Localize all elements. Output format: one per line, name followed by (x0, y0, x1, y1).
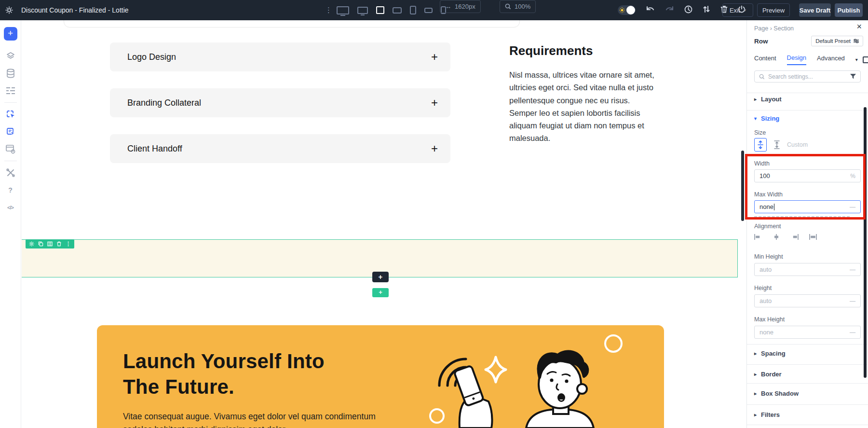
filter-funnel-icon[interactable] (850, 74, 856, 79)
toggle-knob (626, 6, 635, 14)
toolbar-columns-icon[interactable] (47, 241, 53, 247)
breakpoint-desktop-large-icon[interactable] (337, 6, 349, 14)
structure-tree-icon[interactable] (5, 85, 16, 97)
layers-icon[interactable] (5, 50, 16, 62)
save-draft-button[interactable]: Save Draft (799, 3, 831, 17)
max-width-label: Max Width (754, 191, 861, 198)
section-box-shadow[interactable]: ▸ Box Shadow (754, 390, 861, 397)
panel-scrollbar[interactable] (864, 107, 867, 378)
toolbar-trash-icon[interactable] (56, 241, 62, 247)
width-input[interactable]: 100 % (754, 169, 861, 182)
hero-section[interactable]: Launch Yourself Into The Future. Vitae c… (97, 325, 664, 428)
breadcrumb-section[interactable]: Section (773, 25, 794, 32)
tabs-caret-icon[interactable]: ▾ (855, 57, 858, 62)
expanded-arrow-icon: ▾ (754, 116, 757, 121)
max-height-label: Max Height (754, 316, 861, 323)
align-left-button[interactable] (754, 234, 762, 242)
section-spacing[interactable]: ▸ Spacing (754, 350, 861, 357)
add-section-below-button[interactable]: + (372, 288, 389, 297)
publish-button[interactable]: Publish (835, 3, 863, 17)
import-export-icon[interactable] (703, 5, 710, 15)
plus-icon[interactable]: + (431, 142, 438, 155)
size-mode-group: Custom (754, 138, 861, 152)
add-element-button[interactable]: + (4, 27, 17, 41)
panel-divider (747, 110, 868, 110)
max-width-input[interactable]: none — (754, 200, 861, 213)
canvas-width-value: 1620px (455, 3, 475, 10)
min-height-input[interactable]: auto — (754, 263, 861, 276)
accordion-item-branding-collateral[interactable]: Branding Collateral + (110, 88, 450, 117)
accordion-item-client-handoff[interactable]: Client Handoff + (110, 134, 450, 163)
tab-design[interactable]: Design (787, 54, 806, 65)
section-sizing[interactable]: ▾ Sizing (754, 115, 861, 122)
breakpoint-laptop-icon[interactable] (376, 6, 384, 14)
default-preset-button[interactable]: Default Preset (811, 36, 863, 46)
height-input[interactable]: auto — (754, 294, 861, 307)
redo-icon[interactable] (665, 6, 674, 14)
magnifier-icon (505, 3, 511, 10)
editor-canvas[interactable]: Logo Design + Branding Collateral + Clie… (22, 20, 746, 428)
sidebar-divider (4, 161, 17, 161)
undo-icon[interactable] (646, 6, 655, 14)
topbar-menu-dots-icon[interactable]: ⋮ (325, 0, 332, 20)
max-width-unit[interactable]: — (850, 204, 855, 210)
preset-sliders-icon (854, 39, 859, 43)
tools-icon[interactable] (5, 167, 16, 179)
dashed-indicator (754, 216, 850, 218)
cartoon-man (526, 352, 594, 428)
breadcrumb-page[interactable]: Page (754, 25, 768, 32)
frame-mode-icon[interactable] (863, 56, 868, 63)
breakpoint-phone-landscape-icon[interactable] (424, 8, 433, 13)
exit-button[interactable]: Exit ▾ (722, 3, 753, 17)
collapsed-arrow-icon: ▸ (754, 97, 757, 102)
plus-icon[interactable]: + (431, 50, 438, 64)
canvas-width-input[interactable]: ↔ 1620px (440, 0, 481, 13)
section-filters[interactable]: ▸ Filters (754, 411, 861, 418)
add-inside-section-button[interactable]: + (372, 272, 389, 282)
hero-heading-line2: The Future. (123, 374, 325, 400)
help-icon[interactable]: ? (5, 184, 16, 196)
code-icon[interactable]: </> (5, 202, 16, 213)
database-icon[interactable] (5, 68, 16, 79)
align-center-button[interactable] (773, 234, 780, 242)
zoom-control[interactable]: 100% (500, 0, 536, 13)
close-panel-icon[interactable]: × (856, 23, 862, 30)
templates-icon[interactable] (5, 143, 16, 155)
height-unit[interactable]: — (850, 298, 855, 304)
settings-gear-icon[interactable] (5, 0, 14, 20)
size-height-button[interactable] (771, 138, 783, 152)
width-unit[interactable]: % (850, 173, 855, 179)
section-border[interactable]: ▸ Border (754, 371, 861, 378)
select-element-icon[interactable] (5, 109, 16, 120)
hero-illustration (415, 325, 664, 428)
toolbar-duplicate-icon[interactable] (38, 241, 43, 247)
align-right-button[interactable] (791, 234, 799, 242)
min-height-unit[interactable]: — (850, 266, 855, 273)
sparkle-icon (486, 357, 506, 382)
section-label: Filters (761, 411, 780, 418)
section-layout[interactable]: ▸ Layout (754, 96, 861, 103)
selected-section[interactable]: ⋮ + + (22, 239, 738, 277)
toolbar-settings-icon[interactable] (29, 241, 34, 247)
zoom-value: 100% (515, 3, 530, 10)
tab-content[interactable]: Content (754, 55, 776, 65)
breakpoint-desktop-icon[interactable] (357, 7, 368, 14)
panel-divider (747, 425, 868, 425)
history-clock-icon[interactable] (684, 5, 692, 15)
settings-search[interactable]: Search settings... (754, 70, 861, 83)
tab-advanced[interactable]: Advanced (817, 55, 845, 65)
accordion-item-logo-design[interactable]: Logo Design + (110, 42, 450, 71)
max-height-input[interactable]: none — (754, 326, 861, 339)
panel-divider (747, 364, 868, 365)
breakpoint-tablet-portrait-icon[interactable] (410, 6, 416, 14)
canvas-scrollbar[interactable] (741, 151, 744, 221)
breakpoint-tablet-landscape-icon[interactable] (393, 7, 402, 14)
align-stretch-button[interactable] (809, 234, 817, 242)
select-container-icon[interactable] (5, 126, 16, 138)
plus-icon[interactable]: + (431, 96, 438, 110)
max-height-unit[interactable]: — (850, 329, 855, 336)
toolbar-more-icon[interactable]: ⋮ (66, 241, 71, 247)
size-vertical-stretch-button[interactable] (754, 138, 767, 152)
theme-toggle[interactable] (618, 5, 636, 15)
preview-button[interactable]: Preview (757, 3, 790, 17)
